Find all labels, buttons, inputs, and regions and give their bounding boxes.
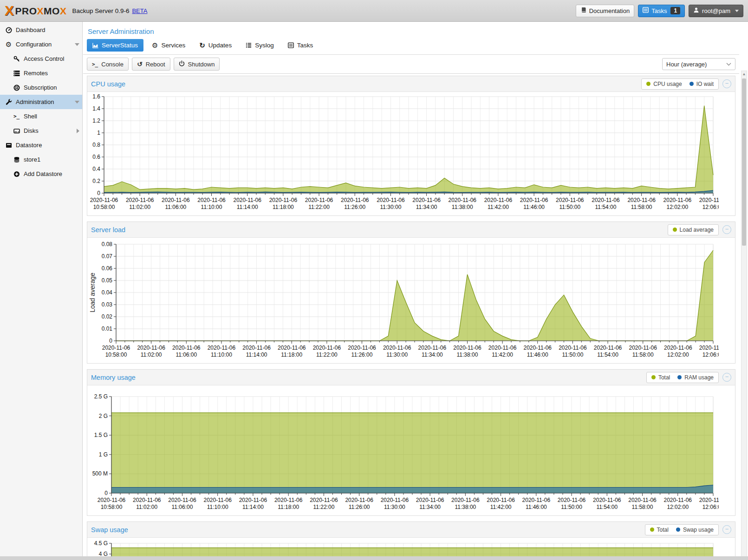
- legend-label: Swap usage: [683, 527, 714, 533]
- page-title: Server Administration: [83, 22, 739, 37]
- svg-text:11:42:00: 11:42:00: [488, 204, 509, 210]
- brand-text: PRO: [15, 6, 37, 16]
- svg-text:0: 0: [109, 338, 112, 344]
- server-load-chart[interactable]: 0.080.070.060.050.040.030.020.0102020-11…: [87, 238, 735, 363]
- timeframe-select[interactable]: Hour (average): [662, 58, 735, 70]
- sidebar-item-label: Remotes: [24, 70, 48, 77]
- svg-text:0.04: 0.04: [102, 289, 113, 296]
- collapse-icon[interactable]: −: [722, 525, 731, 534]
- tasks-button[interactable]: Tasks 1: [638, 5, 685, 17]
- svg-text:0.03: 0.03: [102, 301, 113, 308]
- svg-text:2020-11-06: 2020-11-06: [310, 497, 338, 503]
- panel-title: CPU usage: [91, 80, 125, 88]
- sidebar-item-label: Administration: [16, 98, 54, 105]
- svg-text:2020-11-06: 2020-11-06: [629, 345, 657, 351]
- server-load-svg: 0.080.070.060.050.040.030.020.0102020-11…: [87, 238, 719, 361]
- svg-text:11:38:00: 11:38:00: [452, 204, 473, 210]
- tasks-count-badge: 1: [670, 7, 680, 14]
- svg-text:2020-11-06: 2020-11-06: [416, 497, 444, 503]
- svg-text:2020-11-06: 2020-11-06: [558, 497, 586, 503]
- svg-text:0.02: 0.02: [102, 313, 113, 320]
- collapse-icon[interactable]: −: [722, 225, 731, 234]
- svg-text:12:06:00: 12:06:00: [702, 504, 719, 510]
- sidebar-item-administration[interactable]: Administration: [0, 95, 82, 109]
- vertical-scrollbar[interactable]: ▲: [741, 71, 747, 560]
- user-menu-button[interactable]: root@pam: [689, 5, 743, 17]
- tab-label: Updates: [208, 42, 232, 49]
- tab-label: ServerStatus: [102, 42, 138, 49]
- tab-serverstatus[interactable]: ServerStatus: [87, 39, 143, 52]
- svg-text:11:46:00: 11:46:00: [523, 204, 545, 210]
- scroll-up-arrow[interactable]: ▲: [742, 72, 746, 76]
- svg-text:11:02:00: 11:02:00: [136, 504, 157, 510]
- chart-legend: TotalRAM usage: [646, 372, 719, 383]
- panel-title: Swap usage: [91, 526, 128, 534]
- shutdown-button[interactable]: Shutdown: [174, 58, 220, 71]
- panel-header: Server load Load average −: [87, 222, 735, 238]
- top-bar: X PROXMOX Backup Server 0.9-6 BETA Docum…: [0, 0, 748, 22]
- tab-services[interactable]: ⚙ Services: [146, 39, 191, 52]
- svg-text:11:22:00: 11:22:00: [316, 352, 338, 358]
- svg-text:11:06:00: 11:06:00: [176, 352, 197, 358]
- memory-usage-chart[interactable]: 2.5 G2 G1.5 G1 G500 M02020-11-0610:58:00…: [87, 385, 735, 515]
- svg-text:2020-11-06: 2020-11-06: [663, 197, 692, 203]
- tab-syslog[interactable]: Syslog: [240, 39, 280, 52]
- sidebar-item-access-control[interactable]: Access Control: [0, 52, 82, 66]
- sidebar-item-remotes[interactable]: Remotes: [0, 66, 82, 80]
- sidebar-item-configuration[interactable]: ⚙ Configuration: [0, 37, 82, 52]
- cpu-usage-chart[interactable]: 1.61.41.210.80.60.40.202020-11-0610:58:0…: [87, 92, 735, 215]
- log-lines-icon: [246, 42, 252, 48]
- legend-label: RAM usage: [684, 374, 714, 381]
- svg-text:10:58:00: 10:58:00: [105, 352, 127, 358]
- beta-link[interactable]: BETA: [132, 7, 147, 14]
- tab-updates[interactable]: ↻ Updates: [194, 39, 237, 52]
- brand-text: MO: [44, 6, 60, 16]
- plus-circle-icon: [13, 171, 20, 177]
- documentation-button[interactable]: Documentation: [576, 5, 634, 17]
- sidebar-item-dashboard[interactable]: Dashboard: [0, 23, 82, 37]
- svg-text:2020-11-06: 2020-11-06: [203, 497, 232, 503]
- sidebar-item-disks[interactable]: Disks: [0, 124, 82, 138]
- memory-usage-panel: Memory usage TotalRAM usage − 2.5 G2 G1.…: [87, 369, 735, 516]
- reboot-button[interactable]: ↺ Reboot: [132, 58, 170, 71]
- collapse-icon[interactable]: −: [722, 373, 731, 382]
- svg-text:11:30:00: 11:30:00: [386, 352, 408, 358]
- legend-dot-icon: [677, 375, 682, 379]
- sidebar-item-label: Subscription: [24, 84, 57, 91]
- gears-icon: ⚙: [5, 41, 13, 48]
- svg-text:11:54:00: 11:54:00: [596, 504, 618, 510]
- svg-text:10:58:00: 10:58:00: [101, 504, 123, 510]
- svg-text:11:10:00: 11:10:00: [211, 352, 232, 358]
- svg-text:2020-11-06: 2020-11-06: [341, 197, 369, 203]
- sidebar-item-store1[interactable]: store1: [0, 152, 82, 167]
- svg-text:2020-11-06: 2020-11-06: [208, 345, 236, 351]
- svg-text:1: 1: [97, 130, 100, 136]
- svg-text:12:02:00: 12:02:00: [667, 504, 689, 510]
- collapse-icon[interactable]: −: [722, 79, 731, 88]
- archive-box-icon: [5, 142, 13, 149]
- svg-text:11:50:00: 11:50:00: [559, 204, 580, 210]
- svg-text:1.4: 1.4: [92, 105, 100, 112]
- svg-text:2020-11-06: 2020-11-06: [488, 345, 517, 351]
- user-label: root@pam: [702, 7, 730, 14]
- tab-tasks[interactable]: Tasks: [282, 39, 319, 52]
- terminal-icon: >_: [92, 61, 98, 67]
- chart-legend: CPU usageIO wait: [641, 78, 719, 90]
- svg-text:2020-11-06: 2020-11-06: [487, 497, 515, 503]
- svg-text:Load average: Load average: [89, 273, 96, 313]
- svg-text:0.6: 0.6: [92, 154, 100, 160]
- chart-legend: TotalSwap usage: [645, 524, 719, 535]
- sidebar-item-subscription[interactable]: Subscription: [0, 80, 82, 95]
- svg-text:11:06:00: 11:06:00: [172, 504, 193, 510]
- sidebar-item-add-datastore[interactable]: Add Datastore: [0, 167, 82, 181]
- tasks-label: Tasks: [651, 7, 667, 14]
- sidebar-item-label: Shell: [24, 113, 37, 120]
- panel-header: Swap usage TotalSwap usage −: [87, 522, 735, 538]
- scrollbar-thumb[interactable]: [742, 78, 746, 246]
- svg-text:11:42:00: 11:42:00: [492, 352, 513, 358]
- sidebar-item-datastore[interactable]: Datastore: [0, 138, 82, 152]
- legend-label: CPU usage: [653, 81, 682, 87]
- sidebar-item-shell[interactable]: >_ Shell: [0, 109, 82, 124]
- console-button[interactable]: >_ Console: [87, 58, 129, 71]
- svg-text:2020-11-06: 2020-11-06: [449, 197, 477, 203]
